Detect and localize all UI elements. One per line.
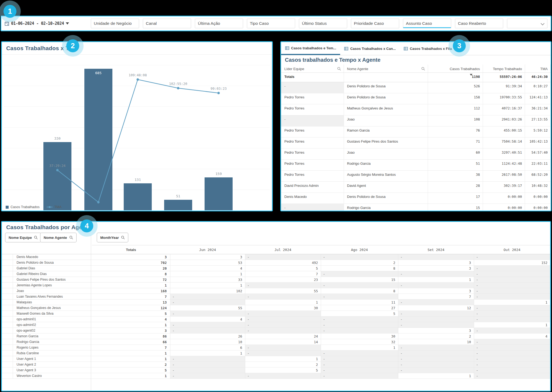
month-value-cell[interactable]: -	[170, 356, 245, 362]
column-header-casos-trabalhados[interactable]: Casos Trabalhados	[428, 64, 483, 73]
month-value-cell[interactable]: 492	[245, 260, 321, 266]
agent-name-cell[interactable]: Maxwell Gomes da Silva	[13, 311, 92, 317]
agent-name-cell[interactable]: Denis Macedo	[13, 254, 92, 260]
month-value-cell[interactable]: -	[398, 254, 474, 260]
month-value-cell[interactable]: 5	[321, 311, 398, 317]
month-value-cell[interactable]: -	[474, 305, 550, 311]
month-value-cell[interactable]: 152	[474, 260, 550, 266]
month-value-cell[interactable]: -	[398, 345, 474, 350]
month-value-cell[interactable]: -	[245, 294, 321, 300]
filter-box-caso-reaberto[interactable]: Caso Reaberto	[455, 19, 503, 28]
month-value-cell[interactable]: 2	[398, 333, 474, 339]
tma-data-point[interactable]	[137, 78, 139, 81]
month-value-cell[interactable]: -	[245, 283, 321, 288]
month-value-cell[interactable]: -	[474, 362, 550, 367]
agent-name-cell[interactable]: Ramon Garcia	[13, 333, 92, 339]
month-value-cell[interactable]: -	[398, 311, 474, 317]
lider-equipe-cell[interactable]: Pedro Torres	[281, 93, 344, 104]
filter-box-tipo-caso[interactable]: Tipo Caso	[247, 19, 295, 28]
date-range-picker[interactable]: 01-06-2024 - 02-10-2024	[5, 21, 91, 26]
month-value-cell[interactable]: 11	[321, 300, 398, 305]
month-value-cell[interactable]: 3	[170, 254, 245, 260]
month-value-cell[interactable]: -	[474, 277, 550, 283]
month-value-cell[interactable]: 5	[245, 266, 321, 271]
agent-name-cell[interactable]: User Agent 2	[13, 362, 92, 367]
tab-casos-trabalhados-tempo[interactable]: Casos trabalhados e Tem...	[281, 42, 340, 55]
month-value-cell[interactable]: -	[170, 328, 245, 333]
month-value-cell[interactable]: 1	[245, 300, 321, 305]
month-value-cell[interactable]: 1	[245, 356, 321, 362]
month-value-cell[interactable]: -	[474, 373, 550, 379]
agent-name-cell[interactable]: Luan Tavares Alves Fernandes	[13, 294, 92, 300]
agent-name-cell[interactable]: Denis Polidoro de Sousa	[13, 260, 92, 266]
lider-equipe-cell[interactable]: Denis Macedo	[281, 193, 344, 204]
agent-name-cell[interactable]: Matheus Gonçalves de Jesus	[13, 305, 92, 311]
month-value-cell[interactable]: 7	[398, 294, 474, 300]
lider-equipe-cell[interactable]: David Preciozo Admin	[281, 182, 344, 193]
month-value-cell[interactable]: -	[398, 367, 474, 373]
month-value-cell[interactable]: -	[245, 350, 321, 356]
month-value-cell[interactable]: -	[321, 322, 398, 328]
month-value-cell[interactable]: 26	[170, 333, 245, 339]
tma-line-series[interactable]	[2, 55, 272, 211]
month-value-cell[interactable]: 23	[245, 277, 321, 283]
lider-equipe-cell[interactable]: -	[281, 115, 344, 126]
month-value-cell[interactable]: -	[245, 322, 321, 328]
nome-agente-cell[interactable]: Rodrigo Garcia	[344, 204, 428, 212]
filter-box--ltimo-status[interactable]: Último Status	[299, 19, 347, 28]
filter-box-unidade-de-neg-cio[interactable]: Unidade de Negócio	[91, 19, 139, 28]
month-value-cell[interactable]: -	[474, 266, 550, 271]
month-value-cell[interactable]: -	[170, 367, 245, 373]
month-value-cell[interactable]: -	[474, 367, 550, 373]
agent-name-cell[interactable]: Rubia Caroline	[13, 350, 92, 356]
month-value-cell[interactable]: -	[170, 300, 245, 305]
nome-agente-cell[interactable]: Ramon Garcia	[344, 126, 428, 137]
month-value-cell[interactable]: 4	[474, 333, 550, 339]
month-value-cell[interactable]: 1	[170, 350, 245, 356]
month-value-cell[interactable]: 4	[170, 317, 245, 322]
pivot-column-header-ago-2024[interactable]: Ago 2024	[321, 245, 398, 254]
nome-agente-cell[interactable]: Gustavo Felipe Pires dos Santos	[344, 137, 428, 149]
lider-equipe-cell[interactable]: Pedro Torres	[281, 137, 344, 149]
month-value-cell[interactable]: -	[474, 356, 550, 362]
search-icon[interactable]	[421, 67, 425, 71]
month-value-cell[interactable]: 7	[245, 271, 321, 277]
month-value-cell[interactable]: 102	[170, 288, 245, 294]
month-value-cell[interactable]: -	[398, 271, 474, 277]
combo-chart-plot[interactable]: 3306851315115937:29:24109:48:08102:55:20…	[2, 55, 272, 211]
month-value-cell[interactable]: -	[170, 294, 245, 300]
month-value-cell[interactable]: 3	[398, 266, 474, 271]
month-value-cell[interactable]: -	[398, 300, 474, 305]
agent-name-cell[interactable]: Gustavo Felipe Pires dos Santos	[13, 277, 92, 283]
month-value-cell[interactable]: 12	[398, 305, 474, 311]
column-header-l-der-equipe[interactable]: Líder Equipe	[281, 64, 344, 73]
nome-agente-cell[interactable]: Joao	[344, 115, 428, 126]
month-value-cell[interactable]: -	[321, 362, 398, 367]
month-value-cell[interactable]: 27	[321, 305, 398, 311]
month-value-cell[interactable]: 1	[474, 300, 550, 305]
month-value-cell[interactable]: 24	[245, 333, 321, 339]
month-value-cell[interactable]: -	[321, 328, 398, 333]
month-value-cell[interactable]: 1	[398, 277, 474, 283]
month-value-cell[interactable]: 53	[170, 260, 245, 266]
month-value-cell[interactable]: -	[474, 339, 550, 345]
month-value-cell[interactable]: -	[245, 373, 321, 379]
month-value-cell[interactable]: -	[474, 311, 550, 317]
agent-name-cell[interactable]: Rogerio Lopes	[13, 345, 92, 350]
lider-equipe-cell[interactable]: Pedro Torres	[281, 149, 344, 160]
pivot-column-header-out-2024[interactable]: Out 2024	[474, 245, 550, 254]
month-value-cell[interactable]: -	[245, 345, 321, 350]
tma-data-point[interactable]	[177, 87, 180, 90]
pivot-column-header-jul-2024[interactable]: Jul 2024	[245, 245, 321, 254]
month-value-cell[interactable]: -	[321, 283, 398, 288]
nome-equipe-button[interactable]: Nome Equipe	[5, 233, 41, 242]
lider-equipe-cell[interactable]: Pedro Torres	[281, 104, 344, 115]
agent-name-cell[interactable]: Malaquias	[13, 300, 92, 305]
monthyear-button[interactable]: MonthYear	[97, 233, 128, 242]
month-value-cell[interactable]: 30	[321, 333, 398, 339]
lider-equipe-cell[interactable]: Pedro Torres	[281, 126, 344, 137]
month-value-cell[interactable]: -	[245, 254, 321, 260]
month-value-cell[interactable]: 30	[245, 305, 321, 311]
month-value-cell[interactable]: 1	[170, 283, 245, 288]
agent-name-cell[interactable]: User Agent 3	[13, 367, 92, 373]
